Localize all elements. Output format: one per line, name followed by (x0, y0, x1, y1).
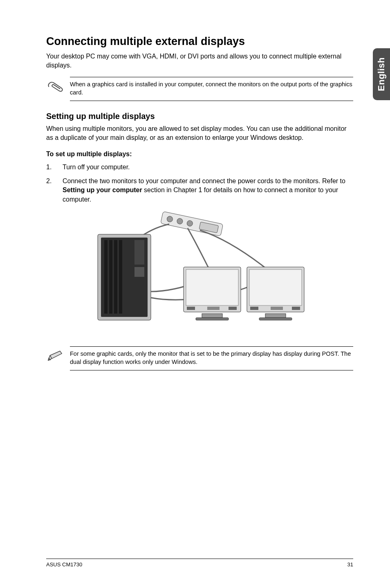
paperclip-icon (46, 80, 65, 93)
svg-rect-24 (250, 307, 258, 310)
section-heading: Setting up multiple displays (46, 112, 353, 121)
svg-rect-9 (104, 240, 108, 314)
svg-rect-15 (202, 314, 222, 318)
svg-rect-16 (196, 318, 229, 320)
pencil-icon (46, 349, 65, 362)
language-tab: English (373, 48, 390, 100)
svg-rect-22 (265, 314, 286, 318)
footer-product: ASUS CM1730 (46, 561, 82, 568)
step-item: Turn off your computer. (46, 163, 353, 172)
svg-rect-25 (271, 307, 283, 310)
step-item: Connect the two monitors to your compute… (46, 177, 353, 204)
setup-illustration (46, 210, 353, 334)
steps-heading: To set up multiple displays: (46, 150, 353, 158)
svg-rect-17 (187, 307, 195, 310)
svg-rect-19 (229, 307, 237, 310)
footer-page-number: 31 (347, 561, 353, 568)
step-text-bold: Setting up your computer (63, 186, 142, 193)
svg-rect-14 (186, 269, 238, 305)
svg-rect-12 (119, 240, 122, 314)
page: English Connecting multiple external dis… (0, 0, 390, 588)
step-text-pre: Connect the two monitors to your compute… (63, 177, 345, 184)
svg-rect-21 (249, 269, 302, 305)
note-text: When a graphics card is installed in you… (70, 81, 352, 96)
step-text: Turn off your computer. (63, 164, 130, 171)
svg-rect-23 (259, 318, 292, 320)
page-footer: ASUS CM1730 31 (46, 559, 353, 568)
svg-rect-11 (114, 240, 117, 314)
svg-rect-18 (207, 307, 220, 310)
intro-text: Your desktop PC may come with VGA, HDMI,… (46, 52, 353, 70)
svg-rect-8 (134, 267, 144, 277)
note-text: For some graphic cards, only the monitor… (70, 350, 351, 365)
note-callout: When a graphics card is installed in you… (70, 77, 353, 101)
svg-rect-7 (134, 240, 144, 265)
page-title: Connecting multiple external displays (46, 35, 353, 48)
note-callout-2: For some graphic cards, only the monitor… (70, 346, 353, 370)
svg-rect-10 (109, 240, 112, 314)
steps-list: Turn off your computer. Connect the two … (46, 163, 353, 204)
section-body: When using multiple monitors, you are al… (46, 124, 353, 142)
svg-rect-26 (292, 307, 300, 310)
